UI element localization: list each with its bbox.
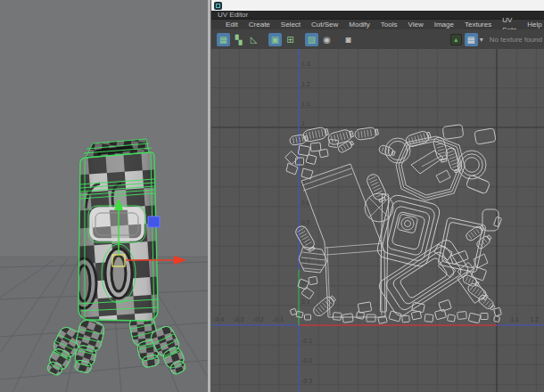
uv-editor-window: UV Editor EditCreateSelectCut/SewModifyT…: [210, 0, 544, 392]
uv-snapshot-icon[interactable]: ◙: [342, 33, 355, 46]
pinned-uv-icon[interactable]: ◉: [320, 33, 334, 46]
maya-panel-icon: [214, 2, 222, 10]
svg-text:0.5: 0.5: [301, 219, 310, 225]
texture-controls: ▴ ▦ ▾ No texture found: [450, 33, 544, 46]
plain-tiles-icon[interactable]: ⊞: [284, 33, 297, 46]
menu-item-view[interactable]: View: [403, 20, 429, 29]
toolbar-icon-group: ▦▚◺▣⊞▨◉◙: [217, 33, 357, 46]
svg-text:1.2: 1.2: [530, 316, 539, 323]
uv-canvas[interactable]: -0.4-0.3-0.2-0.111.11.21.31.21.110.90.80…: [211, 49, 544, 392]
uv-editor-tab[interactable]: UV Editor: [211, 11, 544, 20]
maya-workspace: UV Editor EditCreateSelectCut/SewModifyT…: [0, 0, 544, 392]
menu-item-help[interactable]: Help: [522, 20, 544, 29]
perspective-viewport[interactable]: [0, 0, 210, 392]
screen-panel: [91, 208, 143, 240]
z-axis-handle[interactable]: [148, 216, 160, 227]
center-handle[interactable]: [112, 255, 125, 266]
menu-item-create[interactable]: Create: [243, 20, 276, 29]
svg-text:1.3: 1.3: [301, 61, 310, 67]
svg-text:1.2: 1.2: [301, 81, 310, 87]
texture-status-text: No texture found: [490, 36, 542, 44]
svg-text:1: 1: [490, 316, 494, 323]
svg-text:-0.3: -0.3: [301, 378, 312, 384]
svg-text:-0.4: -0.4: [213, 316, 224, 323]
svg-text:1.1: 1.1: [301, 101, 310, 107]
checker-tiles-icon[interactable]: ▣: [268, 33, 282, 46]
texture-image-toggle-icon[interactable]: ▴: [450, 34, 462, 45]
menu-item-modify[interactable]: Modify: [343, 20, 375, 29]
svg-text:-0.1: -0.1: [273, 316, 284, 323]
uv-editor-menubar: EditCreateSelectCut/SewModifyToolsViewIm…: [211, 20, 544, 29]
uv-editor-toolbar: ▦▚◺▣⊞▨◉◙ ▴ ▦ ▾ No texture found: [211, 29, 544, 49]
menu-item-textures[interactable]: Textures: [459, 20, 497, 29]
svg-text:1.1: 1.1: [510, 316, 519, 323]
texture-dropdown-arrow-icon[interactable]: ▾: [480, 36, 483, 44]
menu-item-image[interactable]: Image: [429, 20, 459, 29]
svg-text:-0.2: -0.2: [301, 357, 312, 363]
stacked-shells-icon[interactable]: ▚: [232, 33, 245, 46]
svg-text:-0.3: -0.3: [233, 316, 243, 323]
uv-grid-toggle-icon[interactable]: ▦: [217, 33, 230, 46]
shaded-uv-display-icon[interactable]: ▨: [305, 33, 318, 46]
svg-text:-0.1: -0.1: [301, 338, 312, 344]
svg-text:0.3: 0.3: [301, 258, 310, 265]
window-titlebar[interactable]: [211, 0, 544, 11]
svg-text:1: 1: [301, 120, 305, 127]
menu-item-tools[interactable]: Tools: [375, 20, 403, 29]
uv-editor-tab-label: UV Editor: [218, 11, 248, 19]
checker-map-toggle-icon[interactable]: ▦: [465, 33, 478, 46]
menu-item-edit[interactable]: Edit: [220, 20, 243, 29]
menu-item-select[interactable]: Select: [276, 20, 306, 29]
unfold-shells-icon[interactable]: ◺: [247, 33, 260, 46]
menu-item-cut-sew[interactable]: Cut/Sew: [306, 20, 343, 29]
svg-text:-0.2: -0.2: [253, 316, 264, 323]
